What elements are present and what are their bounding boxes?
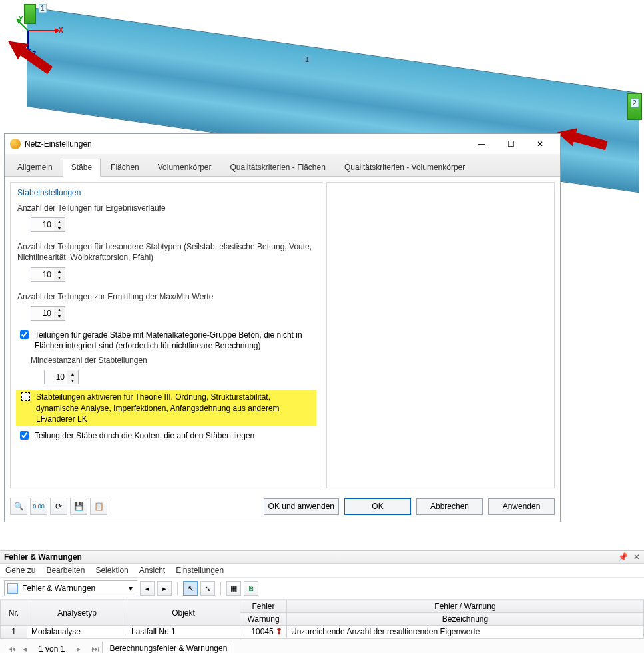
errors-table[interactable]: Nr. Analysetyp Objekt Fehler Fehler / Wa… — [0, 600, 644, 638]
select-in-model-alt-icon[interactable]: ↘ — [200, 581, 215, 596]
node-2-label: 2 — [631, 99, 639, 107]
panel-close-icon[interactable]: ✕ — [633, 552, 640, 562]
select-in-model-icon[interactable]: ↖ — [183, 581, 198, 596]
spin-up-icon[interactable]: ▲ — [54, 307, 65, 313]
axis-y-label: Y — [19, 15, 23, 23]
errors-dropdown[interactable]: Fehler & Warnungen ▾ — [4, 580, 137, 596]
errors-panel-title: Fehler & Warnungen — [4, 552, 82, 562]
tab-volumenkoerper[interactable]: Volumenkörper — [149, 159, 220, 176]
clipboard-icon[interactable]: 📋 — [90, 498, 107, 515]
concrete-divisions-label: Teilungen für gerade Stäbe mit Materialk… — [35, 330, 315, 351]
tab-qualitaet-flaechen[interactable]: Qualitätskriterien - Flächen — [221, 159, 334, 176]
save-default-icon[interactable]: 💾 — [70, 498, 87, 515]
cell-code: 10045 ❢ — [240, 626, 287, 638]
min-divisions-spinner[interactable]: ▲▼ — [44, 370, 79, 384]
special-divisions-spinner[interactable]: ▲▼ — [31, 267, 65, 282]
activate-divisions-checkbox[interactable] — [21, 392, 30, 401]
maxmin-divisions-input[interactable] — [31, 309, 54, 318]
tab-allgemein[interactable]: Allgemein — [9, 159, 61, 176]
col-nr[interactable]: Nr. — [1, 600, 27, 626]
dialog-tabbar: Allgemein Stäbe Flächen Volumenkörper Qu… — [5, 154, 560, 177]
dialog-titlebar[interactable]: Netz-Einstellungen — ☐ ✕ — [5, 134, 560, 154]
menu-gehezu[interactable]: Gehe zu — [5, 566, 35, 575]
col-warnung[interactable]: Warnung — [240, 613, 287, 626]
tab-qualitaet-volumen[interactable]: Qualitätskriterien - Volumenkörper — [336, 159, 474, 176]
nav-prev-icon[interactable]: ◂ — [140, 581, 155, 596]
errors-warnings-panel: Fehler & Warnungen 📌 ✕ Gehe zu Bearbeite… — [0, 550, 644, 653]
highlighted-option-row[interactable]: Stabteilungen aktivieren für Theorie III… — [16, 390, 316, 426]
col-fehlerwarnung-group[interactable]: Fehler / Warnung — [287, 600, 644, 613]
chevron-down-icon: ▾ — [129, 584, 133, 593]
close-button[interactable]: ✕ — [525, 135, 555, 153]
units-icon[interactable]: 0.00 — [30, 498, 47, 515]
grid-icon[interactable]: ▦ — [226, 581, 241, 596]
model-viewport[interactable]: 1 1 2 X Y Z — [0, 0, 644, 133]
prev-record-icon[interactable]: ◂ — [19, 643, 31, 654]
menu-einstellungen[interactable]: Einstellungen — [176, 566, 224, 575]
errors-dropdown-label: Fehler & Warnungen — [22, 584, 95, 593]
spin-up-icon[interactable]: ▲ — [54, 268, 65, 275]
cell-bezeichnung: Unzureichende Anzahl der resultierenden … — [287, 626, 644, 638]
cell-analysetype: Modalanalyse — [27, 626, 127, 638]
maximize-button[interactable]: ☐ — [496, 135, 525, 153]
special-divisions-label: Anzahl der Teilungen für besondere Stabt… — [17, 241, 315, 263]
maxmin-divisions-spinner[interactable]: ▲▼ — [31, 306, 65, 321]
col-objekt[interactable]: Objekt — [127, 600, 240, 626]
member-number-label: 1 — [302, 55, 312, 63]
table-row[interactable]: 1 Modalanalyse Lastfall Nr. 1 10045 ❢ Un… — [1, 626, 644, 638]
spin-down-icon[interactable]: ▼ — [67, 377, 78, 384]
col-bezeichnung[interactable]: Bezeichnung — [287, 613, 644, 626]
last-record-icon[interactable]: ⏭ — [87, 643, 99, 654]
menu-selektion[interactable]: Selektion — [95, 566, 128, 575]
mesh-settings-dialog: Netz-Einstellungen — ☐ ✕ Allgemein Stäbe… — [4, 133, 561, 522]
nav-next-icon[interactable]: ▸ — [157, 581, 172, 596]
min-divisions-input[interactable] — [45, 372, 67, 382]
first-record-icon[interactable]: ⏮ — [4, 643, 16, 654]
search-icon[interactable]: 🔍 — [10, 498, 27, 515]
svg-line-2 — [19, 21, 28, 31]
ok-button[interactable]: OK — [344, 498, 411, 515]
export-excel-icon[interactable]: 🗎 — [244, 581, 258, 596]
maxmin-divisions-label: Anzahl der Teilungen zur Ermittlung der … — [17, 291, 315, 302]
divide-by-nodes-label: Teilung der Stäbe durch die Knoten, die … — [35, 430, 315, 441]
tab-flaechen[interactable]: Flächen — [102, 159, 148, 176]
spin-down-icon[interactable]: ▼ — [54, 313, 65, 320]
footer-tab[interactable]: Berechnungsfehler & Warnungen — [102, 642, 234, 653]
divide-by-nodes-checkbox[interactable] — [20, 431, 29, 440]
cell-nr: 1 — [1, 626, 27, 638]
settings-panel-left: Stabeinstellungen Anzahl der Teilungen f… — [10, 182, 322, 488]
col-fehler-group[interactable]: Fehler — [240, 600, 287, 613]
minimize-button[interactable]: — — [467, 135, 496, 153]
menu-ansicht[interactable]: Ansicht — [139, 566, 165, 575]
spin-down-icon[interactable]: ▼ — [54, 225, 65, 231]
spin-down-icon[interactable]: ▼ — [54, 275, 65, 281]
special-divisions-input[interactable] — [31, 270, 54, 279]
warning-icon: ❢ — [276, 627, 282, 636]
errors-table-icon — [7, 583, 18, 594]
result-divisions-label: Anzahl der Teilungen für Ergebnisverläuf… — [17, 203, 315, 213]
dialog-title: Netz-Einstellungen — [25, 139, 92, 149]
menu-bearbeiten[interactable]: Bearbeiten — [46, 566, 85, 575]
min-divisions-sublabel: Mindestanzahl der Stabteilungen — [31, 355, 315, 366]
concrete-divisions-checkbox[interactable] — [20, 330, 29, 339]
toolbar-separator — [177, 582, 178, 595]
result-divisions-input[interactable] — [31, 220, 54, 229]
col-analysetype[interactable]: Analysetyp — [27, 600, 127, 626]
activate-divisions-label: Stabteilungen aktivieren für Theorie III… — [36, 392, 314, 424]
next-record-icon[interactable]: ▸ — [73, 643, 85, 654]
spin-up-icon[interactable]: ▲ — [54, 218, 65, 225]
ok-apply-button[interactable]: OK und anwenden — [264, 498, 339, 515]
tab-staebe[interactable]: Stäbe — [63, 159, 101, 177]
apply-button[interactable]: Anwenden — [488, 498, 555, 515]
settings-panel-right — [326, 182, 555, 488]
result-divisions-spinner[interactable]: ▲▼ — [31, 217, 65, 232]
pin-icon[interactable]: 📌 — [618, 552, 628, 562]
axis-x-label: X — [59, 27, 63, 34]
reset-icon[interactable]: ⟳ — [50, 498, 67, 515]
spin-up-icon[interactable]: ▲ — [67, 370, 78, 377]
record-position: 1 von 1 — [33, 644, 70, 654]
cell-objekt: Lastfall Nr. 1 — [127, 626, 240, 638]
app-icon — [10, 139, 21, 149]
section-title: Stabeinstellungen — [17, 188, 315, 197]
cancel-button[interactable]: Abbrechen — [416, 498, 483, 515]
